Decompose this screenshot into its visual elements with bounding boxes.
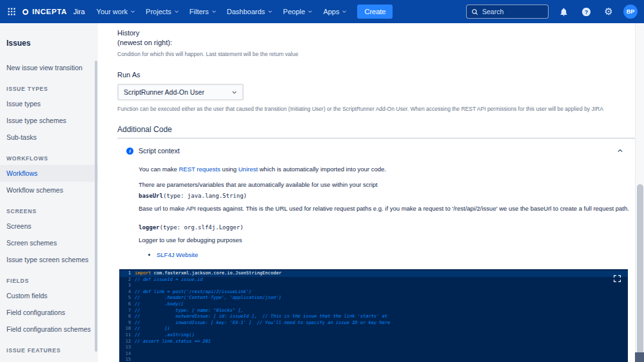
code-line-6[interactable]: 6// .body([ (119, 301, 628, 308)
code-text (135, 351, 628, 357)
nav-item-label: People (283, 8, 305, 15)
settings-button[interactable]: ⚙ (601, 4, 616, 19)
sidebar-item-screen-schemes[interactable]: Screen schemes (0, 234, 98, 251)
code-text: // type: [ name: "Blocks" ], (135, 308, 628, 314)
code-line-11[interactable]: 11// .asString() (119, 332, 628, 339)
code-line-15[interactable]: 15 (119, 357, 628, 362)
code-line-1[interactable]: 1import com.fasterxml.jackson.core.io.Js… (119, 271, 628, 277)
run-as-select[interactable]: ScriptRunner Add-On User (117, 84, 244, 100)
create-button[interactable]: Create (357, 5, 393, 19)
line-number: 15 (119, 357, 135, 362)
history-sublabel: (newest on right): (117, 38, 635, 48)
bell-icon (559, 7, 569, 17)
code-text (135, 283, 628, 289)
code-line-9[interactable]: 9// inwardIssue: [ key: 'EX-1' ] // You'… (119, 320, 628, 327)
code-line-10[interactable]: 10// ]) (119, 326, 628, 332)
rest-requests-link[interactable]: REST requests (179, 166, 220, 173)
param-type: (type: java.lang.String) (163, 193, 247, 199)
gear-icon: ⚙ (604, 7, 612, 17)
site-logo[interactable]: INCEPTA (19, 8, 71, 15)
nav-item-your-work[interactable]: Your work (92, 0, 141, 23)
sidebar-item-issue-types[interactable]: Issue types (0, 95, 98, 112)
line-number: 8 (119, 314, 135, 320)
history-label: History (117, 28, 635, 38)
code-line-13[interactable]: 13 (119, 345, 628, 351)
line-number: 7 (119, 308, 135, 314)
svg-text:?: ? (584, 8, 587, 15)
sidebar-item-issue-type-schemes[interactable]: Issue type schemes (0, 112, 98, 129)
scrollbar-thumb[interactable] (637, 184, 643, 358)
sidebar-item-workflow-schemes[interactable]: Workflow schemes (0, 182, 98, 198)
code-text (135, 345, 628, 351)
apps-grid-icon (7, 7, 16, 16)
chevron-down-icon (231, 90, 237, 95)
navbar-right: ? ⚙ BP (466, 4, 638, 19)
run-as-help: Function can be executed either as the u… (117, 106, 635, 112)
code-line-5[interactable]: 5// .header('Content-Type', 'application… (119, 295, 628, 301)
line-number: 13 (119, 345, 135, 351)
fullscreen-icon (613, 274, 621, 283)
code-line-8[interactable]: 8// outwardIssue: [ id: issueId ], // Th… (119, 314, 628, 320)
code-text (135, 357, 628, 362)
logger-signature: logger(type: org.slf4j.Logger) (139, 224, 635, 231)
sidebar-group-heading: SCREENS (0, 208, 98, 214)
app-switcher-button[interactable] (4, 4, 19, 19)
nav-item-dashboards[interactable]: Dashboards (222, 0, 278, 23)
sidebar-scrollbar[interactable] (95, 61, 97, 352)
sidebar-item-field-configurations[interactable]: Field configurations (0, 304, 98, 321)
code-text: // .body([ (135, 301, 628, 308)
chevron-down-icon (268, 9, 273, 14)
code-line-14[interactable]: 14 (119, 351, 628, 357)
sidebar-item-workflows[interactable]: Workflows (0, 165, 98, 182)
chevron-down-icon (211, 9, 217, 14)
collapse-button[interactable] (617, 148, 623, 154)
notifications-button[interactable] (556, 4, 571, 19)
nav-item-projects[interactable]: Projects (141, 0, 184, 23)
code-text: // inwardIssue: [ key: 'EX-1' ] // You'l… (135, 320, 628, 327)
nav-item-apps[interactable]: Apps (318, 0, 352, 23)
code-line-3[interactable]: 3 (119, 283, 628, 289)
intro-paragraph: You can make REST requests using Unirest… (139, 166, 635, 173)
code-editor[interactable]: 1import com.fasterxml.jackson.core.io.Js… (119, 269, 628, 362)
code-line-12[interactable]: 12// assert link.status == 201 (119, 339, 628, 345)
sidebar-item-new-issue-view-transition[interactable]: New issue view transition (0, 59, 98, 76)
param-type: (type: org.slf4j.Logger) (160, 224, 244, 231)
code-text: // outwardIssue: [ id: issueId ], // Thi… (135, 314, 628, 320)
script-context-header[interactable]: i Script context (117, 147, 635, 155)
search-box[interactable] (466, 5, 549, 19)
sidebar-group-heading: WORKFLOWS (0, 155, 98, 162)
sidebar-item-custom-fields[interactable]: Custom fields (0, 287, 98, 304)
history-help: Condition for which this will happen. La… (117, 51, 635, 57)
nav-item-people[interactable]: People (278, 0, 318, 23)
line-number: 9 (119, 320, 135, 327)
sidebar-item-sub-tasks[interactable]: Sub-tasks (0, 129, 98, 146)
sidebar-item-field-configuration-schemes[interactable]: Field configuration schemes (0, 321, 98, 338)
run-as-label: Run As (117, 71, 635, 79)
chevron-up-icon (617, 148, 623, 154)
avatar[interactable]: BP (623, 5, 638, 19)
code-text: // assert link.status == 201 (135, 339, 628, 345)
line-number: 6 (119, 301, 135, 308)
unirest-link[interactable]: Unirest (239, 166, 258, 173)
code-text: // .header('Content-Type', 'application/… (135, 295, 628, 301)
param-name: baseUrl (139, 193, 163, 199)
code-line-4[interactable]: 4// def link = post('/rest/api/2/issueLi… (119, 289, 628, 296)
sidebar-group-heading: ISSUE TYPES (0, 86, 98, 92)
code-line-2[interactable]: 2// def issueId = issue.id (119, 277, 628, 283)
intro-text-pre: You can make (139, 166, 179, 173)
nav-item-filters[interactable]: Filters (184, 0, 222, 23)
logo-icon (22, 8, 29, 15)
code-line-7[interactable]: 7// type: [ name: "Blocks" ], (119, 308, 628, 314)
help-button[interactable]: ? (578, 4, 594, 19)
slf4j-link[interactable]: SLF4J Website (157, 251, 198, 258)
chevron-down-icon (342, 9, 347, 14)
search-input[interactable] (482, 8, 543, 15)
fullscreen-button[interactable] (613, 274, 621, 283)
page-scrollbar[interactable] (635, 23, 644, 362)
line-number: 2 (119, 277, 135, 283)
sidebar-item-issue-type-screen-schemes[interactable]: Issue type screen schemes (0, 251, 98, 268)
run-as-value: ScriptRunner Add-On User (124, 88, 204, 96)
scrollbar-corner (635, 352, 644, 362)
nav-item-label: Filters (190, 8, 209, 15)
sidebar-item-screens[interactable]: Screens (0, 218, 98, 234)
